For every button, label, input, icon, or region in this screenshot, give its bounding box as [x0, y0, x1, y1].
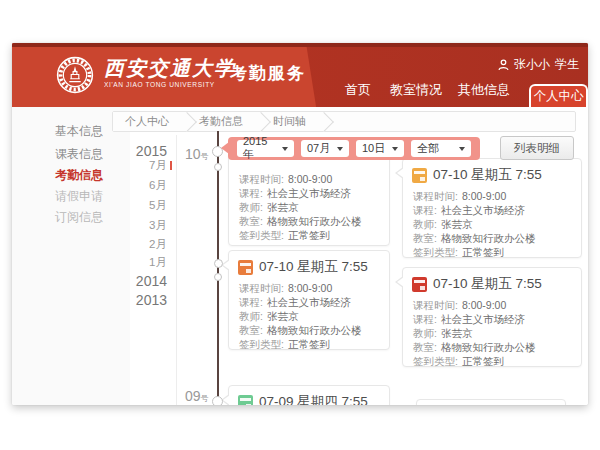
user-name: 张小小	[514, 56, 550, 73]
day-label-09: 09号	[185, 388, 209, 404]
user-info[interactable]: 张小小 学生	[498, 56, 579, 73]
type-select[interactable]: 全部	[411, 140, 471, 157]
timeline-node[interactable]	[214, 163, 222, 171]
selected-month-marker	[170, 161, 172, 170]
nav-item-classroom[interactable]: 教室情况	[390, 81, 442, 99]
field-label: 签到类型:	[413, 246, 458, 258]
filter-bar: 2015年 07月 10日 全部	[228, 137, 480, 160]
field-label: 签到类型:	[239, 229, 284, 241]
university-name-en: XI'AN JIAO TONG UNIVERSITY	[104, 81, 236, 88]
month-feb[interactable]: 2月	[149, 237, 167, 252]
field-label: 课程时间:	[413, 190, 458, 202]
university-name-block: 西安交通大学 XI'AN JIAO TONG UNIVERSITY	[104, 57, 236, 88]
month-jun[interactable]: 6月	[149, 178, 167, 193]
field-value: 格物致知行政办公楼	[441, 341, 536, 353]
field-label: 课程:	[413, 313, 437, 325]
field-value: 正常签到	[288, 338, 330, 350]
field-value: 正常签到	[462, 246, 504, 258]
timeline-node[interactable]	[214, 273, 222, 281]
field-value: 格物致知行政办公楼	[441, 232, 536, 244]
chevron-down-icon	[392, 147, 398, 151]
field-value: 张芸京	[441, 327, 473, 339]
nav-item-home[interactable]: 首页	[345, 81, 371, 99]
field-label: 教师:	[239, 310, 263, 322]
card-date: 07-10 星期五 7:55	[433, 166, 542, 184]
field-label: 教室:	[239, 215, 263, 227]
field-label: 教室:	[239, 324, 263, 336]
breadcrumb-personal-center[interactable]: 个人中心	[113, 112, 187, 131]
field-label: 教室:	[413, 341, 437, 353]
day-label-10: 10号	[185, 146, 209, 162]
month-mar[interactable]: 3月	[149, 218, 167, 233]
list-detail-button[interactable]: 列表明细	[500, 136, 574, 160]
content-area: 基本信息 课表信息 考勤信息 请假申请 订阅信息 个人中心 考勤信息 时间轴 2…	[12, 107, 588, 405]
field-value: 张芸京	[267, 310, 299, 322]
attendance-status-icon	[412, 277, 427, 292]
timeline-card: 07-10 星期五 7:55 课程时间:8:00-9:00 课程:社会主义市场经…	[402, 158, 582, 258]
nav-tab-personal-center[interactable]: 个人中心	[529, 84, 588, 107]
field-value: 正常签到	[462, 355, 504, 367]
field-value: 张芸京	[267, 201, 299, 213]
field-label: 课程:	[413, 204, 437, 216]
field-label: 教师:	[413, 327, 437, 339]
year-2013[interactable]: 2013	[136, 292, 167, 308]
year-select[interactable]: 2015年	[237, 140, 294, 157]
attendance-status-icon	[238, 260, 253, 275]
card-date: 07-09 星期四 7:55	[259, 393, 368, 405]
sidebar-item-basic-info[interactable]: 基本信息	[55, 123, 103, 140]
field-value: 8:00-9:00	[462, 299, 506, 311]
year-2015[interactable]: 2015	[136, 143, 167, 159]
month-may[interactable]: 5月	[149, 198, 167, 213]
user-role: 学生	[555, 56, 579, 73]
card-date: 07-10 星期五 7:55	[259, 258, 368, 276]
app-window: 西安交通大学 XI'AN JIAO TONG UNIVERSITY 考勤服务 张…	[12, 43, 588, 405]
field-label: 课程:	[239, 296, 263, 308]
sidebar-item-subscription[interactable]: 订阅信息	[55, 209, 103, 226]
month-select[interactable]: 07月	[301, 140, 349, 157]
field-label: 签到类型:	[239, 338, 284, 350]
field-value: 社会主义市场经济	[267, 296, 351, 308]
sidebar-item-attendance[interactable]: 考勤信息	[55, 167, 103, 184]
chevron-down-icon	[459, 147, 465, 151]
timeline-card: 07-10 星期五 7:55 课程时间:8:00-9:00 课程:社会主义市场经…	[228, 250, 390, 350]
sidebar-item-timetable[interactable]: 课表信息	[55, 146, 103, 163]
timeline-node[interactable]	[214, 259, 223, 268]
nav-item-other[interactable]: 其他信息	[458, 81, 510, 99]
field-label: 课程时间:	[413, 299, 458, 311]
field-value: 社会主义市场经济	[267, 187, 351, 199]
field-label: 课程时间:	[239, 173, 284, 185]
field-value: 正常签到	[288, 229, 330, 241]
sidebar: 基本信息 课表信息 考勤信息 请假申请 订阅信息	[12, 107, 130, 405]
header: 西安交通大学 XI'AN JIAO TONG UNIVERSITY 考勤服务 张…	[12, 43, 588, 107]
attendance-status-icon	[412, 168, 427, 183]
field-value: 格物致知行政办公楼	[267, 324, 362, 336]
chevron-down-icon	[337, 147, 343, 151]
month-jan[interactable]: 1月	[149, 255, 167, 270]
app-title: 考勤服务	[230, 62, 306, 85]
header-top-strip	[12, 43, 588, 47]
user-icon	[498, 59, 509, 71]
timeline-card: 07-09 星期四 7:55	[228, 385, 390, 405]
field-value: 8:00-9:00	[288, 173, 332, 185]
field-value: 8:00-9:00	[288, 282, 332, 294]
field-label: 教室:	[413, 232, 437, 244]
field-value: 社会主义市场经济	[441, 313, 525, 325]
timeline-card: 课程时间:8:00-9:00 课程:社会主义市场经济 教师:张芸京 教室:格物致…	[228, 152, 390, 246]
field-label: 课程:	[239, 187, 263, 199]
field-value: 8:00-9:00	[462, 190, 506, 202]
sidebar-item-leave-request[interactable]: 请假申请	[55, 188, 103, 205]
day-select[interactable]: 10日	[356, 140, 404, 157]
field-label: 教师:	[239, 201, 263, 213]
field-label: 课程时间:	[239, 282, 284, 294]
timeline-axis	[217, 131, 219, 405]
breadcrumb: 个人中心 考勤信息 时间轴	[112, 111, 576, 132]
timeline-card: 07-10 星期五 7:55 课程时间:8:00-9:00 课程:社会主义市场经…	[402, 267, 582, 367]
card-date: 07-10 星期五 7:55	[433, 275, 542, 293]
field-label: 教师:	[413, 218, 437, 230]
month-jul[interactable]: 7月	[149, 158, 167, 173]
university-name-cn: 西安交通大学	[104, 57, 236, 79]
chevron-down-icon	[282, 147, 288, 151]
year-2014[interactable]: 2014	[136, 273, 167, 289]
timeline-node[interactable]	[212, 396, 223, 405]
breadcrumb-attendance[interactable]: 考勤信息	[187, 112, 261, 131]
